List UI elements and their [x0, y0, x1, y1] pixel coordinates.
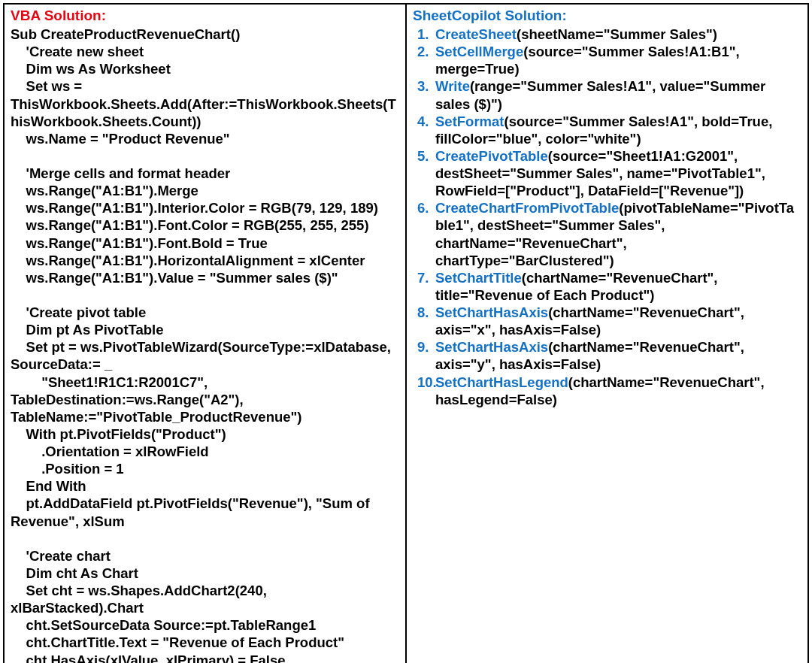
step-body: SetCellMerge(source="Summer Sales!A1:B1"… — [435, 43, 801, 77]
step-item: 9.SetChartHasAxis(chartName="RevenueChar… — [413, 338, 801, 373]
step-item: 6.CreateChartFromPivotTable(pivotTableNa… — [413, 199, 801, 269]
step-number: 3. — [413, 77, 435, 112]
step-item: 7.SetChartTitle(chartName="RevenueChart"… — [413, 269, 801, 304]
step-item: 8.SetChartHasAxis(chartName="RevenueChar… — [413, 304, 801, 338]
step-number: 7. — [413, 269, 435, 304]
sheetcopilot-title: SheetCopilot Solution: — [413, 8, 801, 24]
step-item: 1.CreateSheet(sheetName="Summer Sales") — [413, 26, 801, 43]
step-body: CreateChartFromPivotTable(pivotTableName… — [435, 199, 801, 269]
step-body: CreatePivotTable(source="Sheet1!A1:G2001… — [435, 147, 801, 199]
step-number: 6. — [413, 199, 435, 269]
vba-column: VBA Solution: Sub CreateProductRevenueCh… — [5, 5, 407, 663]
step-number: 1. — [413, 26, 435, 43]
step-function-name: CreateSheet — [435, 26, 517, 42]
step-function-name: CreateChartFromPivotTable — [435, 200, 619, 216]
step-item: 5.CreatePivotTable(source="Sheet1!A1:G20… — [413, 147, 801, 199]
step-item: 10.SetChartHasLegend(chartName="RevenueC… — [413, 374, 801, 408]
step-arguments: (range="Summer Sales!A1", value="Summer … — [435, 78, 765, 111]
step-body: Write(range="Summer Sales!A1", value="Su… — [435, 77, 801, 112]
step-number: 2. — [413, 43, 435, 77]
step-number: 9. — [413, 338, 435, 373]
step-number: 4. — [413, 113, 435, 147]
step-number: 8. — [413, 304, 435, 338]
step-function-name: SetFormat — [435, 114, 504, 129]
vba-title: VBA Solution: — [11, 8, 399, 24]
step-body: SetChartHasLegend(chartName="RevenueChar… — [435, 374, 801, 408]
step-function-name: SetCellMerge — [435, 44, 523, 59]
step-function-name: Write — [435, 78, 470, 94]
step-function-name: SetChartTitle — [435, 270, 522, 286]
step-body: SetChartHasAxis(chartName="RevenueChart"… — [435, 304, 801, 338]
step-item: 3.Write(range="Summer Sales!A1", value="… — [413, 77, 801, 112]
step-body: SetChartTitle(chartName="RevenueChart", … — [435, 269, 801, 304]
step-function-name: CreatePivotTable — [435, 148, 548, 164]
step-item: 4.SetFormat(source="Summer Sales!A1", bo… — [413, 113, 801, 147]
step-arguments: (sheetName="Summer Sales") — [517, 26, 717, 42]
step-body: SetChartHasAxis(chartName="RevenueChart"… — [435, 338, 801, 373]
step-function-name: SetChartHasAxis — [435, 304, 548, 320]
step-number: 10. — [413, 374, 435, 408]
step-number: 5. — [413, 147, 435, 199]
sheetcopilot-column: SheetCopilot Solution: 1.CreateSheet(she… — [407, 5, 807, 663]
vba-code-block: Sub CreateProductRevenueChart() 'Create … — [11, 26, 399, 663]
step-body: CreateSheet(sheetName="Summer Sales") — [435, 26, 801, 43]
step-body: SetFormat(source="Summer Sales!A1", bold… — [435, 113, 801, 147]
comparison-table: VBA Solution: Sub CreateProductRevenueCh… — [3, 3, 809, 663]
step-function-name: SetChartHasLegend — [435, 374, 568, 390]
steps-list: 1.CreateSheet(sheetName="Summer Sales")2… — [413, 26, 801, 408]
step-item: 2.SetCellMerge(source="Summer Sales!A1:B… — [413, 43, 801, 77]
step-function-name: SetChartHasAxis — [435, 339, 548, 355]
